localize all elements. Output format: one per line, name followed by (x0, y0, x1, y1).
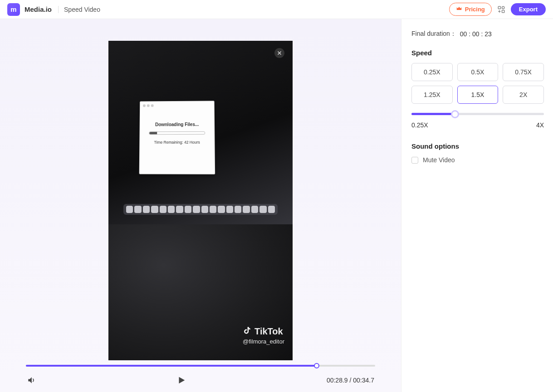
play-icon[interactable] (176, 375, 186, 385)
speed-slider-max-label: 4X (536, 121, 544, 129)
tiktok-handle: @filmora_editor (243, 338, 284, 345)
video-progress-knob[interactable] (314, 363, 319, 368)
svg-point-2 (502, 6, 504, 9)
download-time-remaining: Time Remaining: 42 Hours (142, 140, 211, 145)
video-progress-fill (26, 365, 317, 367)
pricing-button[interactable]: Pricing (449, 3, 492, 16)
player-bar: 00:28.9 / 00:34.7 (26, 365, 375, 388)
speed-option-1-25x[interactable]: 1.25X (411, 86, 453, 104)
final-duration-value: 00 : 00 : 23 (460, 30, 492, 38)
brand-name[interactable]: Media.io (24, 5, 52, 13)
speed-slider-knob[interactable] (452, 111, 458, 117)
timecode: 00:28.9 / 00:34.7 (327, 377, 374, 384)
crown-icon (456, 5, 462, 13)
svg-rect-1 (502, 10, 504, 12)
speed-option-0-25x[interactable]: 0.25X (411, 63, 453, 81)
download-title: Downloading Files... (143, 122, 212, 127)
volume-icon[interactable] (27, 376, 36, 385)
tool-name: Speed Video (58, 6, 100, 13)
speed-slider-min-label: 0.25X (411, 121, 428, 129)
svg-rect-0 (498, 6, 500, 9)
download-progress-bar (149, 131, 205, 135)
app-header: m Media.io Speed Video Pricing Export (0, 0, 553, 19)
checkbox-box (411, 157, 418, 164)
speed-section-title: Speed (411, 49, 544, 57)
workspace: Downloading Files... Time Remaining: 42 … (0, 19, 553, 392)
tiktok-label: TikTok (254, 326, 283, 337)
speed-slider-fill (411, 113, 455, 115)
speed-option-0-5x[interactable]: 0.5X (457, 63, 499, 81)
speed-option-1-5x[interactable]: 1.5X (457, 86, 499, 104)
video-progress-track[interactable] (26, 365, 375, 367)
speed-option-2x[interactable]: 2X (503, 86, 544, 104)
side-panel: Final duration： 00 : 00 : 23 Speed 0.25X… (401, 19, 553, 392)
speed-options-grid: 0.25X0.5X0.75X1.25X1.5X2X (411, 63, 544, 104)
preview-area: Downloading Files... Time Remaining: 42 … (0, 19, 401, 392)
pricing-label: Pricing (465, 6, 485, 13)
download-popup: Downloading Files... Time Remaining: 42 … (139, 101, 215, 174)
final-duration-row: Final duration： 00 : 00 : 23 (411, 30, 544, 38)
close-icon[interactable] (274, 48, 284, 58)
speed-option-0-75x[interactable]: 0.75X (503, 63, 544, 81)
apps-icon[interactable] (497, 5, 505, 14)
header-left: m Media.io Speed Video (7, 3, 100, 16)
export-button[interactable]: Export (511, 3, 546, 15)
tiktok-watermark: TikTok @filmora_editor (243, 326, 284, 345)
brand-logo[interactable]: m (7, 3, 20, 16)
macos-dock (123, 204, 278, 215)
mute-video-checkbox[interactable]: Mute Video (411, 156, 544, 164)
final-duration-label: Final duration： (411, 30, 456, 38)
mute-video-label: Mute Video (423, 156, 455, 164)
speed-slider-box: 0.25X 4X (411, 113, 544, 129)
tiktok-icon (243, 326, 252, 337)
video-preview[interactable]: Downloading Files... Time Remaining: 42 … (108, 41, 293, 360)
header-right: Pricing Export (449, 3, 546, 16)
sound-section-title: Sound options (411, 142, 544, 150)
speed-slider[interactable] (411, 113, 544, 115)
